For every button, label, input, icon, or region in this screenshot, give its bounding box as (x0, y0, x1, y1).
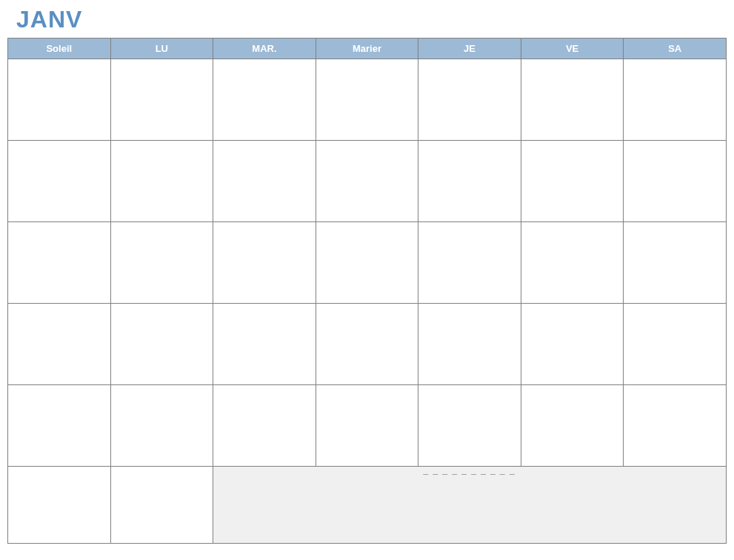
calendar-day-cell[interactable] (8, 59, 111, 141)
calendar-day-cell[interactable] (316, 385, 418, 467)
weekday-header: Soleil (8, 39, 111, 59)
weekday-header: MAR. (213, 39, 316, 59)
month-title: JANV (16, 6, 734, 33)
weekday-header: SA (624, 39, 727, 59)
calendar-day-cell[interactable] (110, 304, 213, 385)
calendar-day-cell[interactable] (8, 222, 111, 304)
calendar-day-cell[interactable] (110, 222, 213, 304)
weekday-header: JE (418, 39, 521, 59)
calendar-day-cell[interactable] (213, 385, 316, 467)
calendar-week-row: — — — — — — — — — — (8, 467, 727, 544)
calendar-day-cell[interactable] (213, 304, 316, 385)
calendar-day-cell[interactable] (8, 304, 111, 385)
calendar-day-cell[interactable] (521, 141, 624, 222)
calendar-week-row (8, 59, 727, 141)
calendar-day-cell[interactable] (521, 385, 624, 467)
calendar-day-cell[interactable] (8, 141, 111, 222)
notes-placeholder: — — — — — — — — — — (213, 467, 726, 476)
calendar-week-row (8, 304, 727, 385)
calendar-day-cell[interactable] (213, 59, 316, 141)
calendar-day-cell[interactable] (213, 141, 316, 222)
calendar-day-cell[interactable] (624, 385, 727, 467)
calendar-day-cell[interactable] (418, 304, 521, 385)
calendar-day-cell[interactable] (418, 385, 521, 467)
calendar-day-cell[interactable] (110, 385, 213, 467)
calendar-day-cell[interactable] (316, 59, 418, 141)
calendar-day-cell[interactable] (624, 222, 727, 304)
calendar-day-cell[interactable] (110, 59, 213, 141)
calendar-day-cell[interactable] (521, 222, 624, 304)
calendar-week-row (8, 141, 727, 222)
calendar-grid: Soleil LU MAR. Marier JE VE SA (7, 38, 727, 544)
calendar-day-cell[interactable] (8, 385, 111, 467)
notes-area[interactable]: — — — — — — — — — — (213, 467, 727, 544)
weekday-header: Marier (316, 39, 418, 59)
calendar-day-cell[interactable] (624, 141, 727, 222)
calendar-day-cell[interactable] (418, 59, 521, 141)
calendar-day-cell[interactable] (521, 304, 624, 385)
weekday-header-row: Soleil LU MAR. Marier JE VE SA (8, 39, 727, 59)
weekday-header: VE (521, 39, 624, 59)
calendar-day-cell[interactable] (110, 141, 213, 222)
calendar-day-cell[interactable] (8, 467, 111, 544)
calendar-day-cell[interactable] (316, 222, 418, 304)
calendar-day-cell[interactable] (624, 59, 727, 141)
calendar-day-cell[interactable] (213, 222, 316, 304)
calendar-day-cell[interactable] (418, 141, 521, 222)
calendar-day-cell[interactable] (316, 304, 418, 385)
calendar-week-row (8, 222, 727, 304)
calendar-day-cell[interactable] (110, 467, 213, 544)
weekday-header: LU (110, 39, 213, 59)
calendar-week-row (8, 385, 727, 467)
calendar-day-cell[interactable] (624, 304, 727, 385)
calendar-day-cell[interactable] (418, 222, 521, 304)
calendar-day-cell[interactable] (316, 141, 418, 222)
calendar-day-cell[interactable] (521, 59, 624, 141)
